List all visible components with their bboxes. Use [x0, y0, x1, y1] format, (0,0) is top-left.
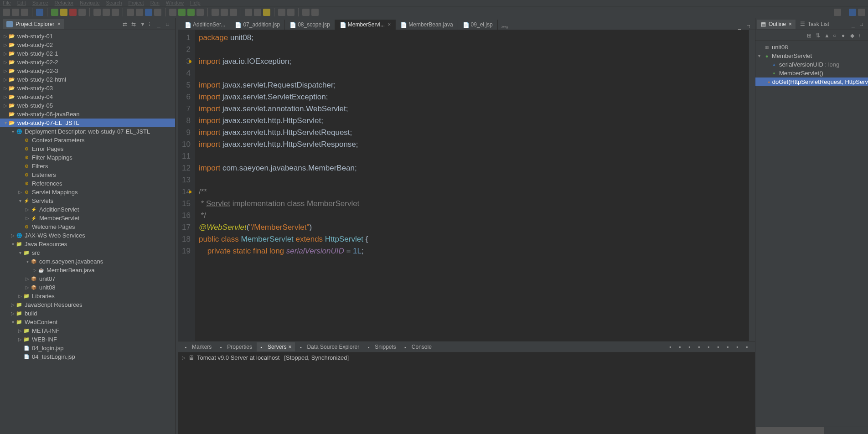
maximize-icon[interactable]: ▪ — [746, 344, 752, 350]
more-tabs[interactable]: »₂₀ — [501, 24, 508, 30]
menu-file[interactable]: File — [3, 0, 11, 6]
stop-icon[interactable] — [69, 9, 77, 16]
code-line[interactable]: import javax.servlet.annotation.WebServl… — [199, 103, 745, 115]
tree-item[interactable]: ▷Libraries — [0, 292, 175, 300]
tree-item[interactable]: ▷unit07 — [0, 274, 175, 283]
tree-item[interactable]: Filters — [0, 162, 175, 170]
tree-item[interactable]: 04_testLogin.jsp — [0, 352, 175, 361]
tree-item[interactable]: Context Parameters — [0, 136, 175, 145]
link-editor-icon[interactable]: ⇆ — [131, 21, 138, 27]
back-icon[interactable] — [302, 9, 310, 16]
minimize-icon[interactable]: ▪ — [736, 344, 743, 350]
step-over-icon[interactable] — [103, 9, 110, 16]
code-line[interactable]: public class MemberServlet extends HttpS… — [199, 233, 745, 245]
stop-server-icon[interactable]: ▪ — [708, 344, 714, 350]
servers-view[interactable]: ▷ 🖥 Tomcat v9.0 Server at localhost [Sto… — [178, 352, 755, 434]
menu-edit[interactable]: Edit — [17, 0, 26, 6]
outline-item[interactable]: unit08 — [755, 43, 868, 52]
expand-icon[interactable]: ▷ — [3, 103, 8, 108]
expand-icon[interactable]: ▷ — [3, 51, 8, 56]
minimize-icon[interactable]: _ — [852, 21, 858, 27]
perspective-java-ee-icon[interactable] — [849, 9, 856, 16]
view-menu-icon[interactable]: ▪ — [727, 344, 733, 350]
tree-item[interactable]: ▷web-study-03 — [0, 84, 175, 93]
tasklist-tab[interactable]: ☰ Task List — [796, 20, 833, 29]
tree-item[interactable]: References — [0, 179, 175, 188]
tree-item[interactable]: ▷MemberServlet — [0, 214, 175, 222]
project-explorer-tab[interactable]: Project Explorer × — [3, 19, 64, 29]
close-icon[interactable]: × — [789, 21, 792, 27]
tree-item[interactable]: ▾Java Resources — [0, 240, 175, 248]
outline-tab[interactable]: ▤ Outline × — [757, 20, 796, 29]
minimize-icon[interactable]: _ — [738, 23, 744, 30]
profile-icon[interactable]: ▪ — [688, 344, 695, 350]
quick-access-icon[interactable] — [834, 9, 841, 16]
tree-item[interactable]: ▷web-study-04 — [0, 93, 175, 101]
outline-item[interactable]: ▾MemberServlet — [755, 52, 868, 60]
tree-item[interactable]: ▾web-study-07-EL_JSTL — [0, 119, 175, 127]
expand-icon[interactable]: ▾ — [17, 198, 23, 203]
tree-item[interactable]: web-study-06-javaBean — [0, 110, 175, 119]
tree-item[interactable]: ▷Servlet Mappings — [0, 188, 175, 196]
expand-icon[interactable]: ▾ — [758, 53, 764, 58]
fold-marker-icon[interactable] — [189, 191, 191, 193]
close-icon[interactable]: × — [388, 21, 391, 28]
tool-icon[interactable] — [263, 9, 270, 16]
task-icon[interactable] — [278, 9, 285, 16]
debug-config-icon[interactable] — [169, 9, 176, 16]
editor-tab[interactable]: 📄09_el.jsp — [458, 20, 498, 30]
menu-help[interactable]: Help — [190, 0, 201, 6]
expand-icon[interactable]: ▷ — [17, 190, 23, 195]
start-icon[interactable]: ▪ — [679, 344, 685, 350]
expand-icon[interactable]: ▾ — [10, 320, 16, 325]
expand-icon[interactable]: ▷ — [17, 328, 23, 333]
bottom-tab-properties[interactable]: ▪Properties — [216, 342, 256, 351]
view-menu-icon[interactable]: ⁝ — [859, 32, 865, 39]
tree-item[interactable]: ▾src — [0, 248, 175, 257]
code-area[interactable]: package unit08;import java.io.IOExceptio… — [195, 30, 749, 341]
expand-icon[interactable]: ▷ — [10, 233, 16, 238]
tree-item[interactable]: ▷web-study-02-2 — [0, 58, 175, 67]
view-menu-icon[interactable]: ⁝ — [149, 21, 155, 27]
tree-item[interactable]: ▾com.saeyoen.javabeans — [0, 257, 175, 266]
tree-item[interactable]: ▷web-study-02-3 — [0, 67, 175, 75]
expand-icon[interactable]: ▷ — [3, 86, 8, 91]
tree-item[interactable]: ▷AdditionServlet — [0, 205, 175, 214]
tree-item[interactable]: ▷META-INF — [0, 326, 175, 335]
project-tree[interactable]: ▷web-study-01▷web-study-02▷web-study-02-… — [0, 30, 175, 434]
bottom-tab-servers[interactable]: ▪Servers× — [257, 342, 295, 351]
tree-item[interactable]: Filter Mappings — [0, 153, 175, 162]
hide-nonpublic-icon[interactable]: ● — [842, 32, 848, 39]
filter-icon[interactable]: ▼ — [140, 21, 146, 27]
disconnect-icon[interactable] — [78, 9, 86, 16]
close-icon[interactable]: × — [288, 344, 291, 350]
code-line[interactable]: * Servlet implementation class MemberSer… — [199, 198, 745, 210]
server-entry[interactable]: ▷ 🖥 Tomcat v9.0 Server at localhost [Sto… — [182, 354, 751, 361]
new-interface-icon[interactable] — [230, 9, 237, 16]
tree-item[interactable]: Error Pages — [0, 145, 175, 153]
expand-icon[interactable]: ▷ — [3, 34, 8, 39]
run-on-server-icon[interactable] — [187, 9, 195, 16]
search-icon[interactable] — [254, 9, 261, 16]
tree-item[interactable]: ▷web-study-05 — [0, 101, 175, 110]
outline-item[interactable]: MemberServlet() — [755, 69, 868, 78]
menu-navigate[interactable]: Navigate — [80, 0, 99, 6]
pause-icon[interactable] — [60, 9, 67, 16]
open-launch-icon[interactable]: ▪ — [717, 344, 723, 350]
code-line[interactable]: import javax.servlet.http.HttpServletRes… — [199, 139, 745, 150]
tree-item[interactable]: ▷MemberBean.java — [0, 266, 175, 274]
expand-icon[interactable]: ▷ — [10, 311, 16, 316]
new-icon[interactable] — [3, 9, 10, 16]
tree-item[interactable]: Welcome Pages — [0, 222, 175, 231]
code-line[interactable]: import javax.servlet.http.HttpServlet; — [199, 115, 745, 127]
expand-icon[interactable]: ▷ — [25, 285, 30, 290]
tree-item[interactable]: ▾Servlets — [0, 196, 175, 205]
expand-icon[interactable]: ▾ — [10, 242, 16, 247]
tree-item[interactable]: ▾WebContent — [0, 318, 175, 326]
outline-item[interactable]: serialVersionUID : long — [755, 60, 868, 69]
expand-icon[interactable]: ▷ — [3, 68, 8, 73]
open-type-icon[interactable] — [245, 9, 252, 16]
tree-item[interactable]: ▷web-study-02-1 — [0, 49, 175, 58]
editor-body[interactable]: 12345678910111213141516171819 package un… — [178, 30, 755, 341]
wizard-icon[interactable] — [136, 9, 143, 16]
